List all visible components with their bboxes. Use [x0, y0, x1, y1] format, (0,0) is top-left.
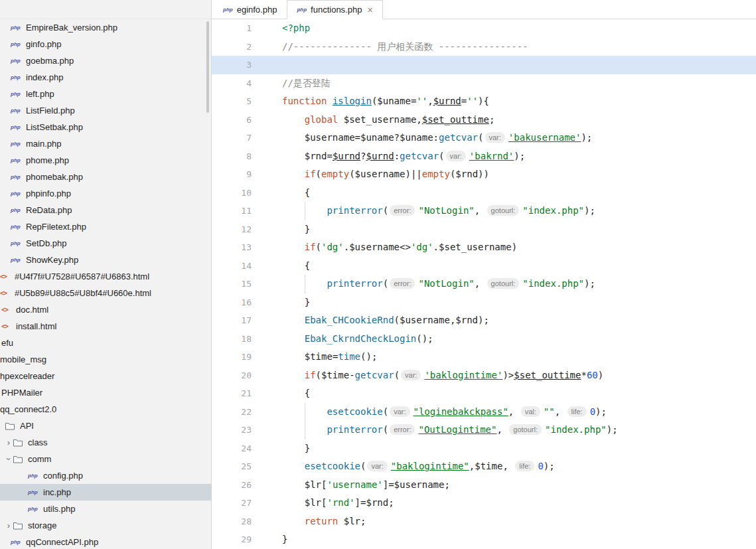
code-line-11[interactable]: 11 printerror(error:"NotLogin", gotourl:… — [212, 202, 756, 220]
code-line-21[interactable]: 21 { — [212, 384, 756, 403]
tree-item-ginfo-php[interactable]: phpginfo.php — [0, 36, 211, 52]
line-number[interactable]: 25 — [212, 457, 270, 476]
code-line-8[interactable]: 8 $rnd=$urnd?$urnd:getcvar(var:'bakrnd')… — [212, 147, 756, 166]
tree-item-redata-php[interactable]: phpReData.php — [0, 202, 211, 218]
line-number[interactable]: 26 — [212, 476, 270, 495]
line-number[interactable]: 19 — [212, 348, 270, 366]
tree-item-efu[interactable]: efu — [0, 335, 211, 351]
line-number[interactable]: 12 — [212, 220, 270, 239]
code-token: $rnd — [305, 151, 327, 161]
code-line-15[interactable]: 15 printerror(error:"NotLogin", gotourl:… — [212, 275, 756, 293]
line-number[interactable]: 16 — [212, 293, 270, 312]
code-line-10[interactable]: 10 { — [212, 184, 756, 202]
code-line-2[interactable]: 2//-------------- 用户相关函数 ---------------… — [212, 38, 756, 56]
code-line-27[interactable]: 27 $lr['rnd']=$rnd; — [212, 494, 756, 512]
code-editor[interactable]: 1<?php2//-------------- 用户相关函数 ---------… — [212, 19, 756, 549]
code-line-17[interactable]: 17 Ebak_CHCookieRnd($username,$rnd); — [212, 311, 756, 330]
chevron-down-icon[interactable]: › — [4, 455, 14, 464]
line-number[interactable]: 11 — [212, 202, 270, 220]
code-line-9[interactable]: 9 if(empty($username)||empty($rnd)) — [212, 165, 756, 184]
tree-item-api[interactable]: API — [0, 418, 211, 434]
line-number[interactable]: 27 — [212, 494, 270, 512]
tree-item-qqconnectapi-php[interactable]: phpqqConnectAPI.php — [0, 534, 211, 549]
code-line-13[interactable]: 13 if('dg'.$username<>'dg'.$set_username… — [212, 238, 756, 257]
line-number[interactable]: 3 — [212, 56, 270, 74]
tree-item-hpexcelreader[interactable]: hpexcelreader — [0, 368, 211, 384]
tree-item-showkey-php[interactable]: phpShowKey.php — [0, 252, 211, 268]
line-number[interactable]: 10 — [212, 184, 270, 202]
tree-item-main-php[interactable]: phpmain.php — [0, 135, 211, 152]
code-line-6[interactable]: 6 global $set_username,$set_outtime; — [212, 111, 756, 129]
tree-item-listsetbak-php[interactable]: phpListSetbak.php — [0, 119, 211, 135]
tree-item-install-html[interactable]: <>install.html — [0, 318, 211, 335]
tree-item-u5b89-u88c5-u8bf4-u660e-html[interactable]: <>#U5b89#U88c5#U8bf4#U660e.html — [0, 285, 211, 301]
line-number[interactable]: 28 — [212, 512, 270, 531]
line-number[interactable]: 7 — [212, 129, 270, 147]
line-number[interactable]: 1 — [212, 19, 270, 38]
tree-item-setdb-php[interactable]: phpSetDb.php — [0, 235, 211, 252]
line-number[interactable]: 18 — [212, 330, 270, 349]
line-number[interactable]: 13 — [212, 238, 270, 257]
tree-item-left-php[interactable]: phpleft.php — [0, 86, 211, 102]
code-line-14[interactable]: 14 { — [212, 257, 756, 275]
code-line-12[interactable]: 12 } — [212, 220, 756, 239]
code-line-3[interactable]: 3 — [212, 56, 756, 74]
tree-item-phomebak-php[interactable]: phpphomebak.php — [0, 169, 211, 185]
line-number[interactable]: 5 — [212, 92, 270, 111]
chevron-right-icon[interactable]: › — [4, 520, 13, 530]
line-number[interactable]: 29 — [212, 530, 270, 549]
line-number[interactable]: 9 — [212, 165, 270, 184]
close-tab-icon[interactable]: × — [367, 5, 372, 15]
code-line-22[interactable]: 22 esetcookie(var:"loginebakckpass", val… — [212, 403, 756, 422]
tree-item-mobile-msg[interactable]: mobile_msg — [0, 351, 211, 368]
line-number[interactable]: 20 — [212, 366, 270, 385]
line-number[interactable]: 21 — [212, 384, 270, 403]
line-number[interactable]: 14 — [212, 257, 270, 275]
chevron-right-icon[interactable]: › — [4, 437, 13, 447]
code-line-25[interactable]: 25 esetcookie(var:"baklogintime",$time, … — [212, 457, 756, 476]
code-line-24[interactable]: 24 } — [212, 439, 756, 458]
tree-item-doc-html[interactable]: <>doc.html — [0, 301, 211, 318]
code-line-26[interactable]: 26 $lr['username']=$username; — [212, 476, 756, 495]
line-number[interactable]: 17 — [212, 311, 270, 330]
tree-item-index-php[interactable]: phpindex.php — [0, 69, 211, 86]
tree-item-phome-php[interactable]: phpphome.php — [0, 152, 211, 169]
code-line-5[interactable]: 5function islogin($uname='',$urnd=''){ — [212, 92, 756, 111]
tree-item-qq-connect2-0[interactable]: qq_connect2.0 — [0, 401, 211, 418]
code-line-4[interactable]: 4//是否登陆 — [212, 74, 756, 93]
tree-item-utils-php[interactable]: phputils.php — [0, 501, 211, 517]
line-number[interactable]: 15 — [212, 275, 270, 293]
code-line-18[interactable]: 18 Ebak_CkrndCheckLogin(); — [212, 330, 756, 349]
code-line-7[interactable]: 7 $username=$uname?$uname:getcvar(var:'b… — [212, 129, 756, 147]
line-number[interactable]: 22 — [212, 403, 270, 422]
code-line-1[interactable]: 1<?php — [212, 19, 756, 38]
tree-item-u4f7f-u7528-u6587-u6863-html[interactable]: <>#U4f7f#U7528#U6587#U6863.html — [0, 268, 211, 285]
tree-item-config-php[interactable]: phpconfig.php — [0, 467, 211, 484]
line-number[interactable]: 6 — [212, 111, 270, 129]
sidebar-scrollbar[interactable] — [206, 21, 209, 113]
line-number[interactable]: 24 — [212, 439, 270, 458]
tree-item-storage[interactable]: ›storage — [0, 517, 211, 534]
code-line-20[interactable]: 20 if($time-getcvar(var:'baklogintime')>… — [212, 366, 756, 385]
tree-item-goebma-php[interactable]: phpgoebma.php — [0, 52, 211, 69]
tree-item-comm[interactable]: ›comm — [0, 451, 211, 467]
code-token: - — [349, 370, 354, 380]
tree-item-class[interactable]: ›class — [0, 434, 211, 451]
tab-functions-php[interactable]: phpfunctions.php× — [287, 0, 382, 19]
code-line-16[interactable]: 16 } — [212, 293, 756, 312]
tree-item-repfiletext-php[interactable]: phpRepFiletext.php — [0, 218, 211, 235]
code-line-28[interactable]: 28 return $lr; — [212, 512, 756, 531]
tree-item-phpmailer[interactable]: PHPMailer — [0, 384, 211, 401]
tree-item-phpinfo-php[interactable]: phpphpinfo.php — [0, 185, 211, 202]
line-number[interactable]: 8 — [212, 147, 270, 166]
code-line-19[interactable]: 19 $time=time(); — [212, 348, 756, 366]
tree-item-inc-php[interactable]: phpinc.php — [0, 484, 211, 501]
code-line-29[interactable]: 29} — [212, 530, 756, 549]
tab-eginfo-php[interactable]: phpeginfo.php — [213, 0, 287, 19]
line-number[interactable]: 2 — [212, 38, 270, 56]
line-number[interactable]: 4 — [212, 74, 270, 93]
tree-item-empirebak-version-php[interactable]: phpEmpireBak_version.php — [0, 19, 211, 36]
line-number[interactable]: 23 — [212, 421, 270, 439]
code-line-23[interactable]: 23 printerror(error:"OutLogintime", goto… — [212, 421, 756, 439]
tree-item-listfield-php[interactable]: phpListField.php — [0, 102, 211, 119]
